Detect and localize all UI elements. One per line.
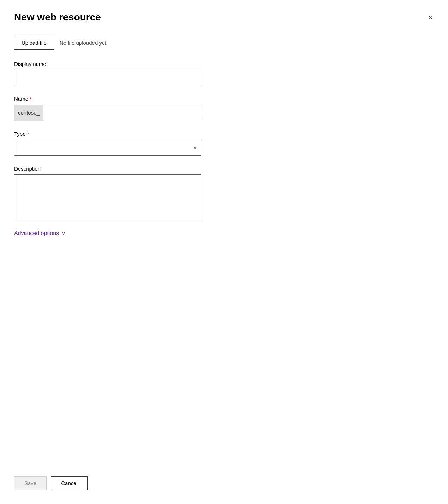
close-button[interactable]: ×: [427, 12, 434, 22]
advanced-options-chevron-icon: ∨: [62, 231, 65, 236]
name-input-wrapper: contoso_: [14, 105, 201, 121]
type-label: Type *: [14, 131, 434, 137]
advanced-options-toggle[interactable]: Advanced options ∨: [14, 230, 434, 236]
type-group: Type * Webpage (HTML) Style Sheet (CSS) …: [14, 131, 434, 156]
dialog-header: New web resource ×: [14, 11, 434, 23]
display-name-group: Display name: [14, 61, 434, 86]
dialog-title: New web resource: [14, 11, 101, 23]
name-label: Name *: [14, 96, 434, 102]
upload-status-text: No file uploaded yet: [60, 40, 107, 46]
advanced-options-label: Advanced options: [14, 230, 59, 236]
type-select-wrapper: Webpage (HTML) Style Sheet (CSS) Script …: [14, 140, 201, 156]
cancel-button[interactable]: Cancel: [51, 476, 88, 490]
name-prefix: contoso_: [14, 105, 43, 121]
dialog-footer: Save Cancel: [14, 462, 88, 490]
display-name-input[interactable]: [14, 70, 201, 86]
description-textarea[interactable]: [14, 174, 201, 220]
new-web-resource-dialog: New web resource × Upload file No file u…: [0, 0, 448, 504]
description-group: Description: [14, 166, 434, 220]
type-required-star: *: [27, 131, 29, 137]
display-name-label: Display name: [14, 61, 434, 67]
type-select[interactable]: Webpage (HTML) Style Sheet (CSS) Script …: [14, 140, 201, 156]
name-required-star: *: [30, 96, 32, 102]
upload-file-button[interactable]: Upload file: [14, 36, 54, 50]
description-label: Description: [14, 166, 434, 172]
name-input[interactable]: [43, 105, 201, 121]
save-button[interactable]: Save: [14, 476, 47, 490]
name-group: Name * contoso_: [14, 96, 434, 121]
upload-section: Upload file No file uploaded yet: [14, 36, 434, 50]
